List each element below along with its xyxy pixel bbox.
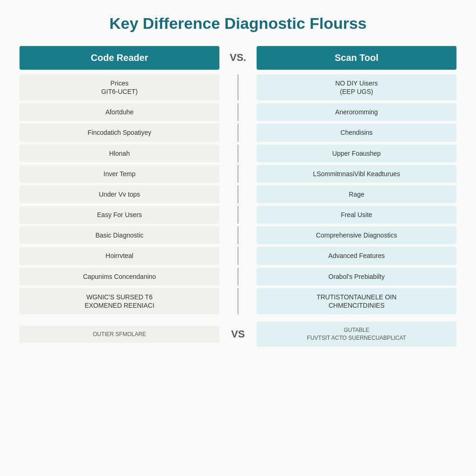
table-row: Under Vv topsRage xyxy=(20,185,456,203)
footer-cell-right: GUTABLE FUVTSIT ACTO SUERNECUABPLICAT xyxy=(257,322,456,347)
right-cell: Rage xyxy=(257,185,456,203)
left-cell: Basic Diagnostic xyxy=(20,226,219,244)
left-cell: Hoirrvteal xyxy=(20,247,219,264)
left-cell: Fincodatich Spoatiyey xyxy=(20,124,219,141)
left-column-header: Code Reader xyxy=(20,46,219,70)
divider-middle xyxy=(219,288,257,314)
table-row: Easy For UsersFreal Usite xyxy=(20,206,456,224)
table-row: HlonahUpper Foaushep xyxy=(20,145,456,162)
left-cell: Easy For Users xyxy=(20,206,219,224)
right-cell: Aneroromming xyxy=(257,103,456,121)
footer-vs-label: VS xyxy=(219,328,257,340)
right-cell: Orabol's Prebiabilty xyxy=(257,268,456,285)
right-cell: NO DIY Uisers (EEP UGS) xyxy=(257,74,456,100)
left-cell: Afortduhe xyxy=(20,103,219,121)
divider-middle xyxy=(219,206,257,224)
table-row: Basic DiagnosticComprehensive Diagnostic… xyxy=(20,226,456,244)
left-cell: Prices GIT6-UCET) xyxy=(20,74,219,100)
right-column-header: Scan Tool xyxy=(257,46,456,70)
table-row: Inver TempLSommitnnasiVibl Keadturues xyxy=(20,165,456,183)
left-cell: Capunims Concendanino xyxy=(20,268,219,285)
right-cell: Comprehensive Diagnostics xyxy=(257,226,456,244)
footer-row: OUTIER SFMOLARE VS GUTABLE FUVTSIT ACTO … xyxy=(20,322,456,347)
footer-cell-left: OUTIER SFMOLARE xyxy=(20,326,219,343)
right-cell: TRUTISTONTAUNELE OIN CHMENCITDINIES xyxy=(257,288,456,314)
divider-middle xyxy=(219,268,257,285)
left-cell: WGNIC'S SURSED T6 EXOMENED REENIACI xyxy=(20,288,219,314)
left-cell: Under Vv tops xyxy=(20,185,219,203)
left-cell: Hlonah xyxy=(20,145,219,162)
right-cell: Chendisins xyxy=(257,124,456,141)
divider-middle xyxy=(219,124,257,141)
page-title: Key Difference Diagnostic Flourss xyxy=(109,14,367,33)
data-rows: Prices GIT6-UCET)NO DIY Uisers (EEP UGS)… xyxy=(20,74,456,317)
right-cell: Advanced Features xyxy=(257,247,456,264)
vs-label: VS. xyxy=(219,52,257,64)
divider-middle xyxy=(219,145,257,162)
right-cell: Upper Foaushep xyxy=(257,145,456,162)
table-row: HoirrvtealAdvanced Features xyxy=(20,247,456,264)
right-cell: Freal Usite xyxy=(257,206,456,224)
header-row: Code Reader VS. Scan Tool xyxy=(20,46,456,70)
divider-middle xyxy=(219,165,257,183)
divider-middle xyxy=(219,185,257,203)
divider-middle xyxy=(219,226,257,244)
table-row: AfortduheAneroromming xyxy=(20,103,456,121)
table-row: Fincodatich SpoatiyeyChendisins xyxy=(20,124,456,141)
table-row: Prices GIT6-UCET)NO DIY Uisers (EEP UGS) xyxy=(20,74,456,100)
divider-middle xyxy=(219,74,257,100)
table-row: Capunims ConcendaninoOrabol's Prebiabilt… xyxy=(20,268,456,285)
comparison-table: Code Reader VS. Scan Tool Prices GIT6-UC… xyxy=(20,46,456,347)
left-cell: Inver Temp xyxy=(20,165,219,183)
divider-middle xyxy=(219,103,257,121)
table-row: WGNIC'S SURSED T6 EXOMENED REENIACITRUTI… xyxy=(20,288,456,314)
divider-middle xyxy=(219,247,257,264)
right-cell: LSommitnnasiVibl Keadturues xyxy=(257,165,456,183)
